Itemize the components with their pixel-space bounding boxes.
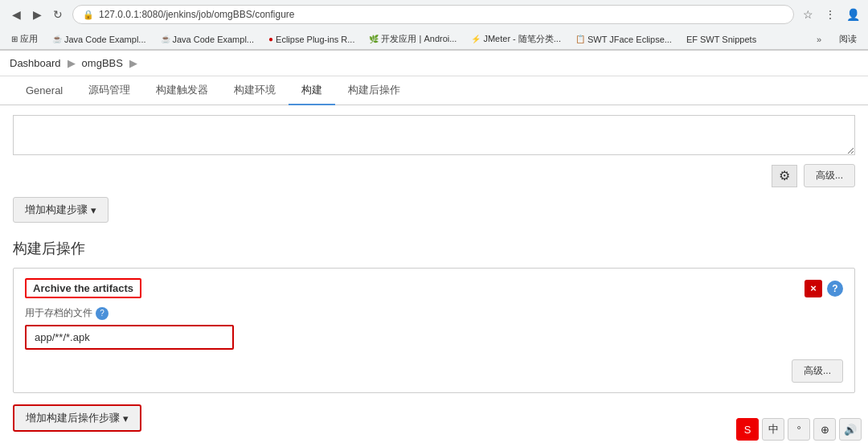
- add-build-step-arrow: ▾: [91, 204, 96, 216]
- url-text: 127.0.0.1:8080/jenkins/job/omgBBS/config…: [99, 9, 784, 20]
- artifact-files-input[interactable]: [25, 325, 234, 350]
- bottom-right-icons: S 中 ° ⊕ 🔊: [736, 418, 862, 441]
- card-help-button[interactable]: ?: [827, 281, 843, 297]
- breadcrumb-arrow2: ▶: [129, 57, 137, 69]
- archive-artifacts-card: Archive the artifacts × ? 用于存档的文件 ?: [13, 268, 855, 393]
- bookmark-swt-jface[interactable]: 📋 SWT JFace Eclipse...: [571, 33, 677, 46]
- tab-build[interactable]: 构建: [289, 76, 335, 105]
- field-help-icon[interactable]: ?: [96, 307, 108, 320]
- app-layout: Dashboard ▶ omgBBS ▶ General 源码管理 构建触发器 …: [0, 51, 868, 447]
- bookmark-read[interactable]: 阅读: [834, 31, 862, 47]
- post-build-title: 构建后操作: [13, 239, 855, 258]
- config-gear-icon[interactable]: ⚙: [772, 165, 797, 187]
- tab-source[interactable]: 源码管理: [76, 76, 143, 105]
- nav-back-button[interactable]: ◀: [6, 5, 26, 24]
- bookmark-android[interactable]: 🌿 开发应用 | Androi...: [364, 31, 461, 47]
- advanced-button-top[interactable]: 高级...: [804, 164, 855, 187]
- nav-refresh-button[interactable]: ↻: [48, 5, 68, 24]
- add-step-section: 增加构建步骤 ▾: [13, 197, 855, 223]
- content-area: General 源码管理 构建触发器 构建环境 构建 构建后操作 ⚙ 高级...: [0, 76, 868, 447]
- add-post-build-step-label: 增加构建后操作步骤: [26, 411, 120, 425]
- bottom-icon-s[interactable]: S: [736, 418, 759, 441]
- profile-icon[interactable]: 👤: [844, 6, 862, 23]
- nav-forward-button[interactable]: ▶: [27, 5, 47, 24]
- add-post-build-step-arrow: ▾: [123, 412, 129, 424]
- textarea-section: ⚙ 高级...: [13, 115, 855, 187]
- card-footer: 高级...: [25, 359, 843, 383]
- address-bar[interactable]: 🔒 127.0.0.1:8080/jenkins/job/omgBBS/conf…: [72, 5, 794, 24]
- bookmark-jmeter[interactable]: ⚡ JMeter - 随笔分类...: [466, 31, 566, 47]
- breadcrumb-omgbbs[interactable]: omgBBS: [82, 57, 123, 69]
- bottom-icon-zhong[interactable]: 中: [762, 418, 784, 441]
- bottom-icon-dot[interactable]: °: [788, 418, 810, 441]
- breadcrumb-arrow1: ▶: [68, 57, 76, 69]
- menu-icon[interactable]: ⋮: [821, 6, 839, 23]
- bottom-icon-sound[interactable]: 🔊: [839, 418, 862, 441]
- bookmark-java2[interactable]: ☕ Java Code Exampl...: [156, 33, 260, 46]
- bookmarks-more[interactable]: »: [812, 33, 826, 46]
- config-tabs: General 源码管理 构建触发器 构建环境 构建 构建后操作: [0, 76, 868, 105]
- advanced-button-card[interactable]: 高级...: [792, 359, 843, 383]
- browser-toolbar-icons: ☆ ⋮ 👤: [799, 6, 862, 23]
- card-actions: × ?: [805, 280, 843, 297]
- field-label-files: 用于存档的文件 ?: [25, 306, 843, 320]
- content-body: ⚙ 高级... 增加构建步骤 ▾ 构建后操作: [0, 105, 868, 447]
- bookmark-swt-snippets[interactable]: EF SWT Snippets: [682, 33, 761, 46]
- post-build-section: 构建后操作 Archive the artifacts × ? 用于存档的文件: [13, 239, 855, 432]
- card-header: Archive the artifacts × ?: [25, 278, 843, 298]
- nav-buttons: ◀ ▶ ↻: [6, 5, 68, 24]
- add-build-step-button[interactable]: 增加构建步骤 ▾: [13, 197, 108, 223]
- main-content: General 源码管理 构建触发器 构建环境 构建 构建后操作 ⚙ 高级...: [0, 76, 868, 447]
- textarea-footer: ⚙ 高级...: [13, 164, 855, 187]
- tab-post-build[interactable]: 构建后操作: [335, 76, 413, 105]
- add-post-section: 增加构建后操作步骤 ▾: [13, 404, 855, 432]
- add-build-step-label: 增加构建步骤: [25, 203, 88, 217]
- tab-general[interactable]: General: [13, 76, 76, 105]
- bookmark-java1[interactable]: ☕ Java Code Exampl...: [47, 33, 151, 46]
- top-nav: Dashboard ▶ omgBBS ▶: [0, 51, 868, 76]
- add-post-build-step-button[interactable]: 增加构建后操作步骤 ▾: [13, 404, 141, 432]
- bookmark-star-icon[interactable]: ☆: [799, 6, 817, 23]
- delete-card-button[interactable]: ×: [805, 280, 822, 297]
- bookmark-apps[interactable]: ⊞ 应用: [6, 31, 43, 47]
- archive-artifacts-title: Archive the artifacts: [25, 278, 141, 298]
- bookmarks-bar: ⊞ 应用 ☕ Java Code Exampl... ☕ Java Code E…: [0, 29, 868, 50]
- lock-icon: 🔒: [83, 10, 94, 20]
- tab-triggers[interactable]: 构建触发器: [143, 76, 221, 105]
- bottom-icon-plus[interactable]: ⊕: [813, 418, 836, 441]
- build-script-textarea[interactable]: [13, 115, 855, 155]
- tab-build-env[interactable]: 构建环境: [221, 76, 289, 105]
- bookmark-eclipse[interactable]: ● Eclipse Plug-ins R...: [264, 33, 359, 46]
- browser-toolbar: ◀ ▶ ↻ 🔒 127.0.0.1:8080/jenkins/job/omgBB…: [0, 0, 868, 29]
- breadcrumb-dashboard[interactable]: Dashboard: [10, 57, 61, 69]
